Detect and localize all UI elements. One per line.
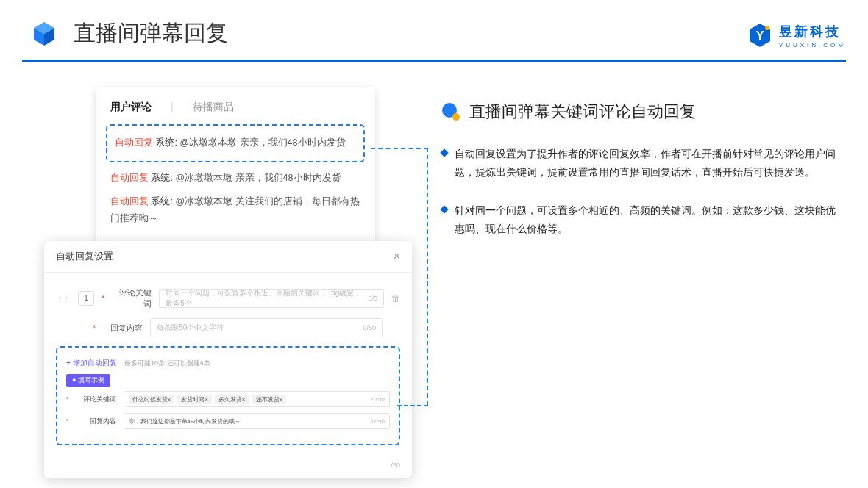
close-icon[interactable]: × [394,250,400,263]
count: 37/50 [370,418,385,425]
tabs: 用户评论 | 待播商品 [110,101,360,114]
content-row: * 回复内容 每条限50个中文字符 0/50 [56,318,400,337]
keyword-row: ⋮⋮ 1 * 评论关键词 对同一个问题，可设置多个相近、高频的关键词，Tag确定… [56,287,400,309]
diamond-icon [440,205,448,213]
content-input[interactable]: 每条限50个中文字符 0/50 [150,318,383,337]
ex-content-input[interactable]: 亲，我们这边都是下单48小时内发货的哦～ 37/50 [124,413,390,429]
page-title: 直播间弹幕回复 [74,18,228,49]
bullet-text: 自动回复设置为了提升作者的评论回复效率，作者可在开播前针对常见的评论用户问题，提… [455,145,839,181]
connector-line [397,405,428,406]
keyword-label: 评论关键词 [112,287,152,309]
bullet-item: 自动回复设置为了提升作者的评论回复效率，作者可在开播前针对常见的评论用户问题，提… [441,145,839,181]
required-mark: * [66,417,69,425]
svg-text:Y: Y [756,29,764,42]
auto-reply-tag: 自动回复 [110,196,149,207]
brand-logo: Y 昱新科技 YUUXIN.COM [747,22,846,49]
bullet-item: 针对同一个问题，可设置多个相近的、高频的关键词。例如：这款多少钱、这块能优惠吗、… [441,201,839,237]
section-header: 直播间弹幕关键词评论自动回复 [441,101,839,123]
example-box: + 增加自动回复 最多可建10条 还可以创建9条 ● 填写示例 * 评论关键词 … [56,346,400,445]
placeholder: 对同一个问题，可设置多个相近、高频的关键词，Tag确定，最多5个 [166,288,368,309]
settings-header: 自动回复设置 × [44,241,412,273]
keyword-input[interactable]: 对同一个问题，可设置多个相近、高频的关键词，Tag确定，最多5个 0/5 [159,289,384,308]
add-row: + 增加自动回复 最多可建10条 还可以创建9条 [66,355,390,368]
system-label: 系统: [155,137,177,148]
cube-icon [29,19,59,49]
required-mark: * [102,294,104,303]
bullet-text: 针对同一个问题，可设置多个相近的、高频的关键词。例如：这款多少钱、这块能优惠吗、… [455,201,839,237]
index-box: 1 [78,291,94,306]
add-hint: 最多可建10条 还可以创建9条 [124,359,210,367]
add-auto-reply-link[interactable]: + 增加自动回复 [66,359,117,367]
comment-text: @冰墩墩本墩 亲亲，我们48小时内发货 [175,173,341,183]
comment-text: @冰墩墩本墩 亲亲，我们48小时内发货 [179,137,345,148]
brand-url: YUUXIN.COM [779,42,846,49]
tab-divider: | [171,101,174,114]
example-badge: ● 填写示例 [66,374,110,387]
count: 0/5 [368,295,377,302]
description-column: 直播间弹幕关键词评论自动回复 自动回复设置为了提升作者的评论回复效率，作者可在开… [441,87,839,478]
brand-icon: Y [747,22,773,49]
brand-name: 昱新科技 [779,23,846,40]
auto-reply-tag: 自动回复 [110,173,149,183]
section-title: 直播间弹幕关键词评论自动回复 [469,101,696,123]
settings-panel: 自动回复设置 × ⋮⋮ 1 * 评论关键词 对同一个问题，可设置多个相近、高频的… [44,241,412,478]
tag[interactable]: 多久发货× [215,395,249,404]
comments-panel: 用户评论 | 待播商品 自动回复 系统: @冰墩墩本墩 亲亲，我们48小时内发货… [96,87,375,251]
bubble-icon [441,102,460,121]
ex-content-value: 亲，我们这边都是下单48小时内发货的哦～ [129,417,241,426]
tag[interactable]: 什么时候发货× [129,395,175,404]
system-label: 系统: [151,173,172,183]
diamond-icon [440,148,448,157]
bottom-count: /50 [44,459,412,478]
ex-kw-label: 评论关键词 [77,395,116,404]
system-label: 系统: [151,196,172,207]
required-mark: * [66,395,69,403]
settings-title: 自动回复设置 [56,250,113,263]
highlighted-comment: 自动回复 系统: @冰墩墩本墩 亲亲，我们48小时内发货 [106,124,365,162]
drag-icon[interactable]: ⋮⋮ [56,295,71,303]
svg-point-6 [452,113,460,121]
comment-line: 自动回复 系统: @冰墩墩本墩 关注我们的店铺，每日都有热门推荐呦～ [110,190,360,232]
comment-line: 自动回复 系统: @冰墩墩本墩 亲亲，我们48小时内发货 [110,167,360,190]
delete-icon[interactable]: 🗑 [391,293,400,304]
example-keyword-row: * 评论关键词 什么时候发货× 发货时间× 多久发货× 还不发货× 20/50 [66,391,390,407]
example-content-row: * 回复内容 亲，我们这边都是下单48小时内发货的哦～ 37/50 [66,413,390,429]
header: 直播间弹幕回复 [0,0,868,60]
tag[interactable]: 还不发货× [252,395,287,404]
svg-point-4 [765,26,769,30]
count: 0/50 [363,324,376,331]
placeholder: 每条限50个中文字符 [157,323,224,333]
content-label: 回复内容 [103,323,143,334]
auto-reply-tag: 自动回复 [115,137,153,148]
tab-products[interactable]: 待播商品 [193,101,234,114]
ex-keyword-input[interactable]: 什么时候发货× 发货时间× 多久发货× 还不发货× 20/50 [124,391,390,407]
connector-line [371,148,428,149]
ex-ct-label: 回复内容 [77,417,116,426]
tag[interactable]: 发货时间× [177,395,212,404]
connector-line [427,148,428,405]
screenshots-column: 用户评论 | 待播商品 自动回复 系统: @冰墩墩本墩 亲亲，我们48小时内发货… [44,87,412,478]
count: 20/50 [370,396,385,403]
tab-user-comments[interactable]: 用户评论 [110,101,152,114]
comment-line: 自动回复 系统: @冰墩墩本墩 亲亲，我们48小时内发货 [115,132,356,155]
required-mark: * [93,323,96,332]
